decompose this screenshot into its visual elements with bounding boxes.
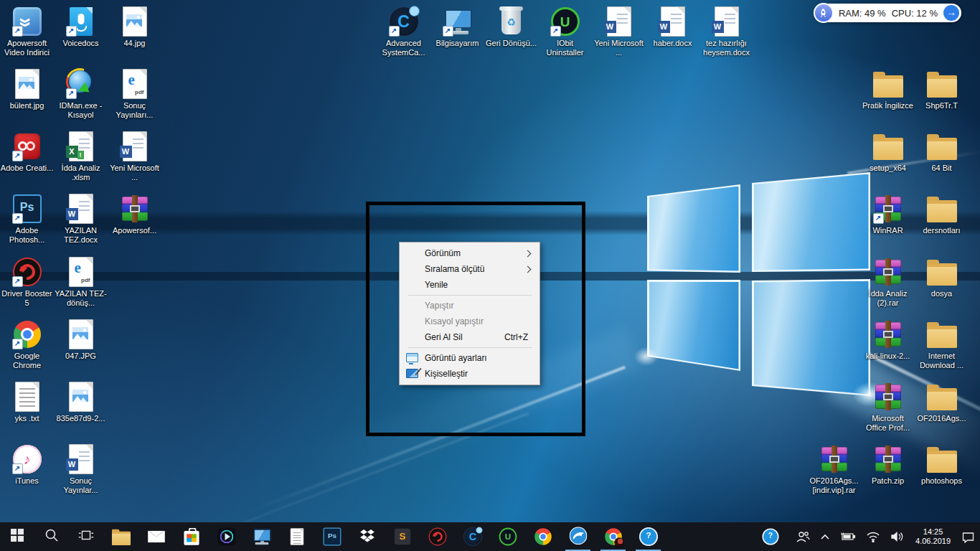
desktop-icon-yeni-microsoft[interactable]: WYeni Microsoft ... xyxy=(108,130,161,182)
desktop-icon-tez-hazırlığı-heysem-docx[interactable]: Wtez hazırlığı heysem.docx xyxy=(699,5,753,57)
taskbar-app-mail[interactable] xyxy=(138,522,174,551)
desktop-icon-photoshops[interactable]: photoshops xyxy=(915,443,969,486)
desktop-icon-sonuç-yayınları[interactable]: epdfSonuç Yayınları... xyxy=(108,67,161,120)
desktop-icon-44-jpg[interactable]: 44.jpg xyxy=(108,5,161,48)
taskbar-app-downloader[interactable] xyxy=(560,522,595,551)
image-icon xyxy=(65,380,97,413)
taskbar-app-driver-booster[interactable] xyxy=(420,522,455,551)
menu-item-görüntü-ayarları[interactable]: Görüntü ayarları xyxy=(400,350,540,366)
hidden-icons-chevron-icon[interactable] xyxy=(815,522,835,551)
desktop-icon-i-dda-analiz-xlsm[interactable]: X!İdda Analiz .xlsm xyxy=(54,130,108,182)
shortcut-overlay-icon: ↗ xyxy=(550,26,561,37)
desktop-icon-835e87d9-2[interactable]: 835e87d9-2... xyxy=(54,380,108,423)
menu-item-görünüm[interactable]: Görünüm xyxy=(400,245,540,261)
menu-item-yapıştır[interactable]: Yapıştır xyxy=(400,298,540,314)
shortcut-overlay-icon: ↗ xyxy=(12,213,23,224)
desktop-icon-yazilan-tez-docx[interactable]: WYAZILAN TEZ.docx xyxy=(54,192,108,245)
taskbar-app-media-player[interactable] xyxy=(209,522,244,551)
iobit-uninstaller-icon: U xyxy=(499,528,517,546)
menu-separator xyxy=(408,347,532,348)
desktop-icon-internet-download[interactable]: Internet Download ... xyxy=(915,318,969,370)
desktop-icon-geri-dönüşü[interactable]: ♻Geri Dönüşü... xyxy=(484,5,538,48)
microsoft-store-icon xyxy=(184,528,199,545)
photoshop-icon: Ps↗ xyxy=(11,192,43,225)
start-button[interactable] xyxy=(0,522,34,551)
menu-item-label: Yapıştır xyxy=(425,301,453,311)
taskbar-clock[interactable]: 14:25 4.06.2019 xyxy=(910,527,956,546)
winrar-icon xyxy=(872,380,904,413)
desktop-icon-google-chrome[interactable]: ↗Google Chrome xyxy=(0,318,54,370)
desktop-icon-dosya[interactable]: dosya xyxy=(915,255,969,298)
taskbar-app-chrome[interactable] xyxy=(525,522,560,551)
performance-widget[interactable]: RAM: 49 % CPU: 12 % → xyxy=(816,4,961,22)
desktop-icon-label: 44.jpg xyxy=(108,39,161,48)
desktop-icon-label: WinRAR xyxy=(861,226,915,235)
menu-item-geri-al-sil[interactable]: Geri Al SilCtrl+Z xyxy=(400,329,540,345)
taskbar-app-sublime-text[interactable]: S xyxy=(385,522,420,551)
menu-item-kısayol-yapıştır[interactable]: Kısayol yapıştır xyxy=(400,314,540,329)
desktop-icon-047-jpg[interactable]: 047.JPG xyxy=(54,318,108,361)
desktop-icon-sonuç-yayınlar[interactable]: WSonuç Yayınlar... xyxy=(54,443,108,495)
taskbar-app-browser-profile[interactable] xyxy=(595,522,631,551)
desktop-icon-advanced-systemca[interactable]: C↗Advanced SystemCa... xyxy=(377,5,430,57)
wifi-icon[interactable] xyxy=(861,522,885,551)
desktop-icon-of2016ags[interactable]: OF2016Ags... xyxy=(915,380,969,423)
desktop-icon-kali-linux-2[interactable]: kali-linux-2... xyxy=(861,318,915,361)
menu-item-kişiselleştir[interactable]: Kişiselleştir xyxy=(400,366,540,382)
tray-help-icon[interactable]: ? xyxy=(750,522,791,551)
desktop-icon-shp6tr-t[interactable]: Shp6Tr.T xyxy=(915,67,969,110)
taskbar-app-my-computer[interactable] xyxy=(244,522,279,551)
desktop-icon-of2016ags-indir-vip-rar[interactable]: OF2016Ags... [indir.vip].rar xyxy=(807,443,861,495)
taskbar-app-photoshop[interactable]: Ps xyxy=(314,522,349,551)
desktop-icon-label: Apowersof... xyxy=(108,226,161,235)
desktop-icon-label: iTunes xyxy=(0,476,54,486)
desktop-icon-dersnotları[interactable]: dersnotları xyxy=(915,192,969,235)
desktop-icon-yeni-microsoft[interactable]: WYeni Microsoft ... xyxy=(592,5,646,57)
desktop-icon-bülent-jpg[interactable]: bülent.jpg xyxy=(0,67,54,110)
shortcut-overlay-icon: ↗ xyxy=(12,463,23,474)
taskbar-app-notepad[interactable] xyxy=(279,522,314,551)
desktop-icon-label: Bilgisayarım xyxy=(430,39,484,48)
desktop-icon-pratik-i-ngilizce[interactable]: Pratik İngilizce xyxy=(861,67,915,110)
arrow-right-icon[interactable]: → xyxy=(943,5,959,21)
volume-icon[interactable] xyxy=(885,522,910,551)
taskbar-app-advanced-systemcare[interactable]: C xyxy=(455,522,490,551)
desktop-icon-winrar[interactable]: ↗WinRAR xyxy=(861,192,915,235)
taskbar-app-help-app[interactable]: ? xyxy=(631,522,666,551)
word-icon: W xyxy=(657,5,689,38)
desktop-icon-patch-zip[interactable]: Patch.zip xyxy=(861,443,915,486)
taskbar-apps: PsSCU? xyxy=(103,522,666,551)
taskbar-app-microsoft-store[interactable] xyxy=(174,522,209,551)
desktop-icon-adobe-creati[interactable]: ↗Adobe Creati... xyxy=(0,130,54,173)
taskbar-app-dropbox[interactable] xyxy=(349,522,385,551)
desktop-icon-apowersoft-video-indirici[interactable]: »↗Apowersoft Video Indirici xyxy=(0,5,54,57)
desktop-icon-voicedocs[interactable]: ↗Voicedocs xyxy=(54,5,108,48)
desktop-icon-bilgisayarım[interactable]: ↗Bilgisayarım xyxy=(430,5,484,48)
desktop-icon-idman-exe-kısayol[interactable]: ↗IDMan.exe - Kısayol xyxy=(54,67,108,120)
desktop-icon-yks-txt[interactable]: yks .txt xyxy=(0,380,54,423)
desktop-icon-driver-booster-5[interactable]: ↗Driver Booster 5 xyxy=(0,255,54,308)
winrar-icon xyxy=(872,255,904,288)
battery-icon[interactable] xyxy=(835,522,861,551)
desktop-icon-apowersof[interactable]: Apowersof... xyxy=(108,192,161,235)
winrar-icon xyxy=(872,318,904,351)
search-button[interactable] xyxy=(34,522,69,551)
people-icon[interactable] xyxy=(791,522,815,551)
task-view-button[interactable] xyxy=(69,522,103,551)
desktop-icon-haber-docx[interactable]: Whaber.docx xyxy=(646,5,699,48)
desktop-icon-setup-x64[interactable]: setup_x64 xyxy=(861,130,915,173)
taskbar-app-iobit-uninstaller[interactable]: U xyxy=(490,522,525,551)
desktop-icon-yazilan-tez-dönüş[interactable]: epdfYAZILAN TEZ-dönüş... xyxy=(54,255,108,308)
taskbar-app-file-explorer[interactable] xyxy=(103,522,138,551)
desktop-icon-iobit-uninstaller[interactable]: U↗IObit Uninstaller xyxy=(538,5,592,57)
menu-item-yenile[interactable]: Yenile xyxy=(400,277,540,293)
menu-separator xyxy=(408,295,532,296)
desktop-icon-i-dda-analiz-2-rar[interactable]: İdda Analiz (2).rar xyxy=(861,255,915,308)
desktop-icon-microsoft-office-prof[interactable]: Microsoft Office Prof... xyxy=(861,380,915,433)
desktop-icon-64-bit[interactable]: 64 Bit xyxy=(915,130,969,173)
desktop-icon-adobe-photosh[interactable]: Ps↗Adobe Photosh... xyxy=(0,192,54,245)
action-center-icon[interactable] xyxy=(956,522,980,551)
menu-item-sıralama-ölçütü[interactable]: Sıralama ölçütü xyxy=(400,261,540,277)
desktop-icon-itunes[interactable]: ♪↗iTunes xyxy=(0,443,54,486)
desktop-icon-label: Pratik İngilizce xyxy=(861,101,915,110)
